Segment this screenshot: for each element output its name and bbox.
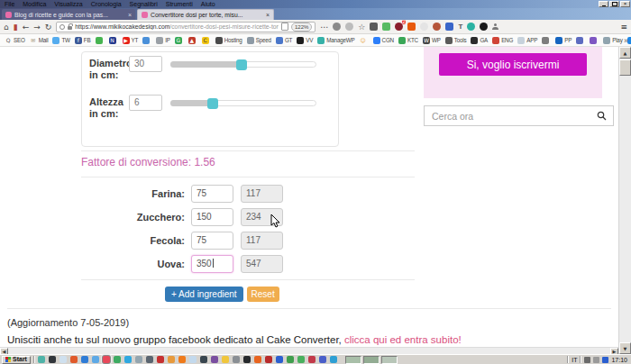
bookmark-item[interactable]: Hosting: [215, 37, 242, 44]
bookmark-item[interactable]: ENG: [492, 37, 513, 44]
bookmark-item[interactable]: KTC: [398, 37, 418, 44]
ingredient-input[interactable]: 350: [191, 255, 233, 273]
search-icon[interactable]: [597, 111, 607, 121]
ingredient-input[interactable]: 150: [191, 208, 233, 226]
dark-circle-extension-icon[interactable]: [480, 23, 488, 31]
wrench-extension-icon[interactable]: [370, 23, 378, 31]
bookmark-item[interactable]: [96, 37, 105, 44]
tray-icon[interactable]: [602, 357, 608, 363]
home-icon[interactable]: ⌂: [4, 23, 9, 32]
menu-item[interactable]: Aiuto: [201, 0, 215, 8]
back-icon[interactable]: ←: [23, 23, 30, 32]
bookmark-item[interactable]: ManageWP: [317, 37, 354, 44]
quick-launch-icon[interactable]: [211, 356, 218, 363]
bookmark-item[interactable]: GT: [276, 37, 292, 44]
green-extension-icon[interactable]: [382, 23, 390, 31]
ingredient-input[interactable]: 75: [191, 185, 233, 203]
badge-extension-icon[interactable]: 2: [395, 23, 403, 31]
teal-extension-icon[interactable]: [467, 23, 475, 31]
bookmarks-overflow-icon[interactable]: »: [624, 36, 628, 45]
search-box[interactable]: Cerca ora: [424, 105, 614, 126]
overflow-dots-icon[interactable]: ⋯: [320, 23, 328, 32]
altezza-slider[interactable]: [170, 98, 316, 109]
quick-launch-icon[interactable]: [319, 356, 326, 363]
site-info-icon[interactable]: [59, 24, 65, 30]
menu-item[interactable]: File: [5, 0, 14, 8]
window-task-button[interactable]: [381, 356, 398, 364]
minimize-button[interactable]: [599, 1, 608, 7]
bookmark-item[interactable]: PP: [555, 37, 572, 44]
bookmark-item[interactable]: Speed: [247, 37, 271, 44]
bookmark-item[interactable]: ✉ Mail: [30, 37, 49, 44]
scrollbar-thumb[interactable]: [619, 59, 631, 76]
tab-blog[interactable]: Blog di ricette e guide con la pas... ×: [2, 9, 135, 20]
diametro-slider[interactable]: [170, 59, 316, 70]
quick-launch-icon[interactable]: [243, 356, 251, 363]
letter-t-extension-icon[interactable]: T: [458, 23, 462, 31]
window-task-button[interactable]: [363, 356, 380, 364]
tab-close-icon[interactable]: ×: [128, 12, 132, 18]
quick-launch-icon[interactable]: [146, 356, 153, 363]
quick-launch-icon[interactable]: [92, 356, 99, 363]
quick-launch-icon[interactable]: [287, 356, 294, 363]
bookmark-item[interactable]: ▲: [188, 37, 197, 44]
scroll-up-icon[interactable]: ▲: [619, 47, 631, 59]
maximize-button[interactable]: [609, 1, 619, 7]
facebook-invite-link[interactable]: clicca qui ed entra subito!: [344, 334, 462, 345]
window-task-button[interactable]: [345, 356, 361, 364]
bookmark-item[interactable]: [142, 37, 151, 44]
menu-item[interactable]: Modifica: [23, 0, 46, 8]
taskbar-clock[interactable]: 17:10: [611, 356, 627, 364]
bookmark-item[interactable]: Q SEO: [5, 37, 25, 44]
pale-extension-icon[interactable]: [420, 23, 428, 31]
reader-mode-icon[interactable]: [281, 23, 288, 31]
bookmark-item[interactable]: Tools: [445, 37, 467, 44]
quick-launch-icon[interactable]: [276, 356, 283, 363]
pocket-icon[interactable]: [333, 23, 341, 31]
quick-launch-icon[interactable]: [114, 356, 121, 363]
quick-launch-icon[interactable]: [265, 356, 272, 363]
quick-launch-icon[interactable]: [233, 356, 240, 363]
bookmark-star-icon[interactable]: ☆: [358, 23, 365, 32]
menu-item[interactable]: Cronologia: [91, 0, 122, 8]
zoom-level-badge[interactable]: 122%: [291, 23, 312, 32]
tab-close-icon[interactable]: ×: [266, 12, 270, 18]
slider-handle[interactable]: [236, 59, 247, 70]
tab-converter[interactable]: Convertitore dosi per torte, misu... ×: [137, 9, 274, 20]
start-button[interactable]: Start: [2, 356, 31, 364]
quick-launch-icon[interactable]: [103, 356, 110, 363]
library-icon[interactable]: ▮: [14, 23, 18, 32]
diametro-input[interactable]: 30: [129, 56, 162, 72]
bookmark-item[interactable]: f FB: [75, 37, 91, 44]
bookmark-item[interactable]: ☺: [360, 37, 369, 44]
scroll-down-icon[interactable]: ▼: [619, 342, 631, 354]
bookmark-item[interactable]: CGN: [373, 37, 394, 44]
quick-launch-icon[interactable]: [135, 356, 142, 363]
language-indicator[interactable]: IT: [572, 356, 577, 364]
url-bar[interactable]: https://www.mikikocakedesign.com/convert…: [56, 22, 316, 32]
add-ingredient-button[interactable]: + Add ingredient: [165, 287, 243, 302]
bookmark-item[interactable]: GA: [471, 37, 488, 44]
quick-launch-icon[interactable]: [254, 356, 261, 363]
quick-launch-icon[interactable]: [81, 356, 88, 363]
quick-launch-icon[interactable]: [168, 356, 175, 363]
menu-item[interactable]: Visualizza: [54, 0, 82, 8]
quick-launch-icon[interactable]: [222, 356, 229, 363]
mask-icon[interactable]: [345, 23, 353, 31]
horizontal-scrollbar[interactable]: ◀ ▶: [0, 347, 618, 354]
bookmark-item[interactable]: Play: [603, 37, 622, 44]
quick-launch-icon[interactable]: [297, 356, 305, 363]
bookmark-item[interactable]: TW: [52, 37, 69, 44]
bookmark-item[interactable]: [576, 37, 585, 44]
quick-launch-icon[interactable]: [200, 356, 207, 363]
bookmark-item[interactable]: [590, 37, 599, 44]
reload-icon[interactable]: ↻: [45, 23, 52, 32]
quick-launch-icon[interactable]: [308, 356, 316, 363]
bookmark-item[interactable]: APP: [517, 37, 537, 44]
ingredient-input[interactable]: 75: [191, 232, 233, 250]
bookmark-item[interactable]: N: [109, 37, 118, 44]
close-button[interactable]: ×: [620, 1, 630, 7]
reset-button[interactable]: Reset: [247, 287, 279, 302]
vertical-scrollbar[interactable]: ▲ ▼: [618, 47, 631, 354]
quick-launch-icon[interactable]: [124, 356, 132, 363]
